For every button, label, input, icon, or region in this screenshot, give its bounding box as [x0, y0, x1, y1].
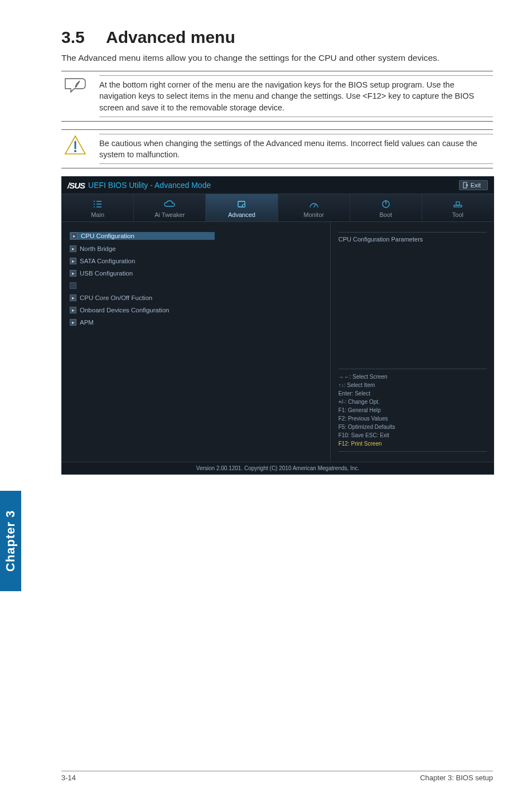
chevron-right-icon: ▸: [70, 245, 76, 252]
svg-text:i: i: [244, 205, 244, 207]
intro-paragraph: The Advanced menu items allow you to cha…: [61, 52, 493, 64]
bios-title-text: UEFI BIOS Utility - Advanced Mode: [88, 181, 211, 190]
bios-body: ▸CPU Configuration ▸North Bridge ▸SATA C…: [62, 222, 494, 462]
help-line: F1: General Help: [338, 406, 487, 414]
tab-tweaker-label: Ai Tweaker: [154, 211, 185, 218]
right-panel-title: CPU Configuration Parameters: [338, 232, 487, 243]
chevron-right-icon: ▸: [70, 319, 76, 326]
bios-screenshot: /SUS UEFI BIOS Utility - Advanced Mode E…: [61, 176, 494, 475]
gauge-icon: [278, 199, 350, 210]
svg-line-12: [314, 204, 316, 207]
chevron-right-icon: ▸: [70, 307, 76, 313]
list-icon: [62, 199, 133, 210]
help-line: →←: Select Screen: [338, 373, 487, 381]
menu-label: SATA Configuration: [80, 258, 135, 264]
tab-main-label: Main: [91, 211, 104, 218]
bios-titlebar: /SUS UEFI BIOS Utility - Advanced Mode E…: [62, 177, 494, 194]
tab-advanced-label: Advanced: [228, 211, 255, 218]
menu-label: CPU Configuration: [81, 233, 134, 239]
tab-tool-label: Tool: [452, 211, 463, 218]
tab-main[interactable]: Main: [62, 194, 134, 221]
chip-icon: i: [206, 199, 277, 210]
help-line: F2: Previous Values: [338, 414, 487, 423]
help-line: Enter: Select: [338, 389, 487, 398]
exit-label: Exit: [471, 182, 481, 189]
chapter-label: Chapter 3: BIOS setup: [420, 774, 493, 782]
menu-cpu-core-onoff-row[interactable]: ▸CPU Core On/Off Fuction: [70, 294, 322, 301]
note-block-pencil: At the bottom right corner of the menu a…: [61, 71, 493, 122]
square-icon: [70, 282, 76, 289]
menu-label: North Bridge: [80, 245, 116, 252]
tab-tool[interactable]: Tool: [422, 194, 494, 221]
svg-point-1: [74, 150, 76, 152]
cloud-icon: [134, 199, 205, 210]
help-line: F10: Save ESC: Exit: [338, 431, 487, 439]
asus-logo: /SUS: [67, 181, 85, 190]
tool-icon: [422, 199, 494, 210]
help-line: F5: Optimized Defaults: [338, 423, 487, 431]
page-number: 3-14: [61, 774, 76, 782]
chevron-right-icon: ▸: [71, 233, 78, 239]
menu-label: CPU Core On/Off Fuction: [80, 294, 152, 301]
chapter-side-tab: Chapter 3: [0, 491, 21, 591]
note-block-caution: Be cautious when changing the settings o…: [61, 129, 493, 169]
chevron-right-icon: ▸: [70, 270, 76, 277]
menu-apm[interactable]: ▸APM: [70, 319, 322, 326]
menu-label: APM: [80, 319, 94, 326]
bios-menu-list: ▸CPU Configuration ▸North Bridge ▸SATA C…: [62, 222, 330, 462]
menu-sata-configuration[interactable]: ▸SATA Configuration: [70, 258, 322, 264]
page-footer: 3-14 Chapter 3: BIOS setup: [61, 771, 493, 782]
note-text-1: At the bottom right corner of the menu a…: [99, 79, 493, 113]
tab-monitor[interactable]: Monitor: [278, 194, 350, 221]
menu-north-bridge[interactable]: ▸North Bridge: [70, 245, 322, 252]
exit-button[interactable]: Exit: [459, 180, 488, 190]
menu-cpu-configuration[interactable]: ▸CPU Configuration: [70, 232, 215, 240]
pencil-icon: [61, 75, 89, 93]
svg-rect-16: [456, 202, 460, 205]
menu-onboard-devices[interactable]: ▸Onboard Devices Configuration: [70, 307, 322, 313]
menu-label: USB Configuration: [80, 270, 133, 277]
bios-right-panel: CPU Configuration Parameters →←: Select …: [330, 222, 494, 462]
tab-monitor-label: Monitor: [303, 211, 324, 218]
section-number: 3.5: [61, 28, 106, 47]
power-icon: [350, 199, 422, 210]
help-line-highlight: F12: Print Screen: [338, 439, 487, 448]
help-line: ↑↓: Select Item: [338, 381, 487, 389]
menu-usb-configuration[interactable]: ▸USB Configuration: [70, 270, 322, 277]
section-heading: 3.5Advanced menu: [61, 28, 493, 47]
help-line: +/-: Change Opt.: [338, 398, 487, 406]
exit-icon: [463, 182, 468, 189]
menu-cpu-core-onoff[interactable]: [70, 282, 322, 289]
chevron-right-icon: ▸: [70, 258, 76, 264]
bios-tab-bar: Main Ai Tweaker i Advanced Monitor: [62, 194, 494, 222]
tab-boot[interactable]: Boot: [350, 194, 422, 221]
tab-boot-label: Boot: [379, 211, 392, 218]
bios-footer: Version 2.00.1201. Copyright (C) 2010 Am…: [62, 462, 494, 474]
note-text-2: Be cautious when changing the settings o…: [99, 138, 493, 161]
menu-label: Onboard Devices Configuration: [80, 307, 169, 313]
tab-ai-tweaker[interactable]: Ai Tweaker: [134, 194, 206, 221]
caution-icon: [61, 134, 89, 155]
tab-advanced[interactable]: i Advanced: [206, 194, 278, 221]
section-title: Advanced menu: [106, 28, 235, 46]
bios-title: /SUS UEFI BIOS Utility - Advanced Mode: [67, 181, 211, 190]
chevron-right-icon: ▸: [70, 294, 76, 301]
help-keys: →←: Select Screen ↑↓: Select Item Enter:…: [338, 369, 487, 452]
